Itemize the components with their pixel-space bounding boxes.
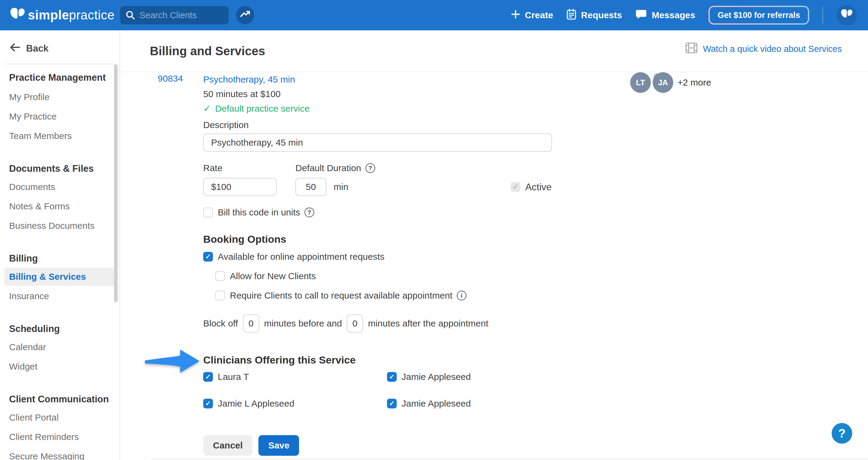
service-summary: 50 minutes at $100 [203,88,628,100]
active-label: Active [525,181,552,193]
clinician-row: Jamie Appleseed [387,371,628,382]
sidebar-item-team-members[interactable]: Team Members [9,131,120,141]
block-after-input[interactable] [347,314,363,333]
navbar-divider [823,7,823,24]
active-checkbox [511,182,521,192]
duration-input[interactable] [296,178,326,196]
block-before-input[interactable] [243,314,259,333]
clinician-name: Jamie Appleseed [402,372,471,382]
analytics-button[interactable] [236,6,254,24]
check-icon: ✓ [203,102,211,115]
clinicians-heading-wrap: Clinicians Offering this Service [203,353,628,367]
simplepractice-logo[interactable]: simplepractice [10,0,115,30]
search-input[interactable] [120,6,229,24]
clinician-name: Jamie L Appleseed [218,398,294,409]
booking-option-new-clients: Allow for New Clients [215,271,628,282]
avatar: JA [653,72,673,93]
duration-input-group: min [296,178,348,196]
duration-label: Default Duration [296,163,361,173]
sidebar-heading-practice-management: Practice Management [9,73,120,83]
sidebar-item-client-portal[interactable]: Client Portal [9,413,120,422]
avatar: LT [630,72,651,93]
get-100-referrals-button[interactable]: Get $100 for referrals [710,7,808,23]
block-off-row: Block off minutes before and minutes aft… [203,314,628,333]
bill-units-checkbox[interactable] [203,208,213,217]
sidebar-item-secure-messaging[interactable]: Secure Messaging [9,452,120,460]
info-circle-icon[interactable]: i [457,291,466,300]
clinician-checkbox[interactable] [387,399,397,408]
clinician-checkbox[interactable] [387,372,397,382]
bill-units-row: Bill this code in units ? [203,207,628,218]
block-off-middle: minutes before and [264,318,342,329]
rate-label: Rate [203,163,296,173]
clinician-name: Jamie Appleseed [402,398,471,409]
clinician-avatars: LT JA +2 more [630,72,711,93]
sidebar-heading-documents-files: Documents & Files [9,164,120,174]
service-code-link[interactable]: 90834 [158,73,183,84]
watch-video-label: Watch a quick video about Services [703,44,842,54]
search-icon [126,10,135,23]
save-button[interactable]: Save [258,435,299,456]
description-input[interactable] [203,133,552,152]
form-actions: Cancel Save [203,435,628,456]
clinicians-heading: Clinicians Offering this Service [203,353,628,367]
duration-unit-label: min [334,182,348,192]
sidebar-item-billing-services-label: Billing & Services [9,272,86,282]
plus-icon [512,10,520,21]
clinician-row: Laura T [203,371,387,382]
messages-button[interactable]: Messages [636,9,695,22]
sidebar-item-my-practice[interactable]: My Practice [9,112,120,121]
referral-button-border: Get $100 for referrals [709,6,809,25]
cancel-button[interactable]: Cancel [203,435,252,456]
rate-input[interactable] [203,178,277,196]
sidebar-heading-client-communication: Client Communication [9,395,120,404]
duration-label-group: Default Duration ? [296,163,375,173]
rate-duration-inputs: min Active [203,178,628,196]
back-arrow-icon [9,43,20,54]
require-call-checkbox[interactable] [215,291,225,300]
clinician-checkbox[interactable] [203,372,213,382]
requests-button[interactable]: Requests [566,9,622,22]
help-button[interactable]: ? [832,423,852,443]
back-button[interactable]: Back [9,30,120,54]
sidebar-item-notes-forms[interactable]: Notes & Forms [9,202,120,211]
top-navbar: simplepractice [0,0,868,30]
sidebar-item-widget[interactable]: Widget [9,362,120,371]
block-off-prefix: Block off [203,318,238,329]
clinician-name: Laura T [218,372,249,382]
billing-and-services-page: simplepractice [0,0,868,460]
requests-clipboard-icon [566,9,576,22]
sidebar-item-client-reminders[interactable]: Client Reminders [9,432,120,442]
account-avatar-button[interactable] [836,5,857,26]
sidebar-item-insurance[interactable]: Insurance [9,291,120,301]
sidebar-divider [5,64,115,64]
film-icon [685,42,698,56]
question-circle-icon[interactable]: ? [366,163,375,173]
booking-option-require-call: Require Clients to call to request avail… [215,290,628,301]
clinician-row: Jamie Appleseed [387,398,628,409]
avatars-more-label[interactable]: +2 more [678,78,711,88]
sidebar-item-business-documents[interactable]: Business Documents [9,221,120,231]
service-name-link[interactable]: Psychotherapy, 45 min [203,74,295,84]
new-clients-checkbox[interactable] [215,271,225,281]
clinician-row: Jamie L Appleseed [203,398,387,409]
sidebar-item-my-profile[interactable]: My Profile [9,92,120,102]
question-circle-icon[interactable]: ? [305,208,314,217]
clinician-checkbox[interactable] [203,399,213,408]
navbar-right-group: Create Requests Messages [512,0,868,30]
booking-options-heading: Booking Options [203,233,628,246]
rate-duration-labels: Rate Default Duration ? [203,163,628,173]
sidebar-item-documents[interactable]: Documents [9,182,120,192]
settings-sidebar: Back Practice Management My Profile My P… [0,30,120,460]
online-requests-label: Available for online appointment request… [218,251,384,262]
sidebar-item-calendar[interactable]: Calendar [9,342,120,352]
logo-wordmark: simplepractice [28,8,115,23]
watch-video-link[interactable]: Watch a quick video about Services [685,42,842,56]
sidebar-heading-scheduling: Scheduling [9,324,120,334]
create-button[interactable]: Create [512,10,553,21]
online-requests-checkbox[interactable] [203,252,213,262]
service-row-90834: 90834 LT JA +2 more Psychotherapy, 45 mi… [120,72,868,456]
sidebar-item-billing-services[interactable]: Billing & Services [4,268,115,286]
sidebar-scrollbar[interactable] [114,64,118,302]
block-off-suffix: minutes after the appointment [368,318,488,329]
